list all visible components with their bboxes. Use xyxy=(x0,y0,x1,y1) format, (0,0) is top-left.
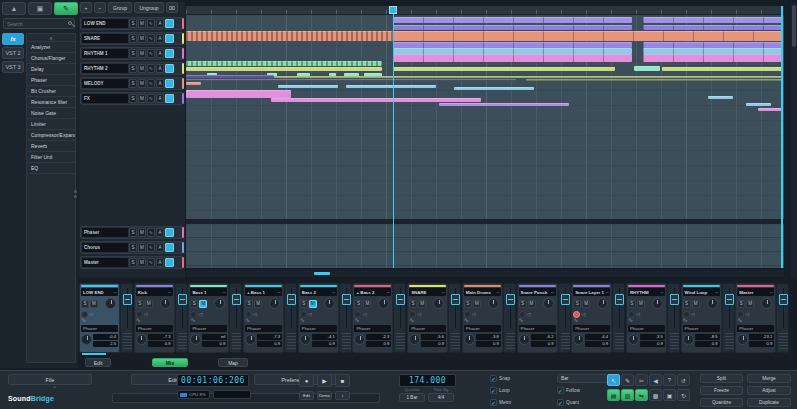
demo-button[interactable]: Demo xyxy=(317,391,332,400)
gain-knob[interactable] xyxy=(81,334,92,345)
width-value[interactable]: 0.9 xyxy=(531,341,556,347)
collapse-button[interactable]: – xyxy=(495,289,501,295)
edit-action-button[interactable]: Merge xyxy=(747,374,791,383)
solo-button[interactable]: S xyxy=(129,19,137,28)
help-icon[interactable]: ? xyxy=(663,374,676,386)
gain-knob[interactable] xyxy=(573,334,584,345)
channel-solo-button[interactable]: S xyxy=(683,300,691,308)
collapse-button[interactable]: – xyxy=(331,289,337,295)
clip[interactable] xyxy=(186,67,382,71)
track-row[interactable]: RHYTHM 2 S M ∿ A xyxy=(80,62,184,75)
track-output-button[interactable] xyxy=(165,49,174,58)
clip[interactable] xyxy=(454,87,534,90)
timeline-ruler[interactable] xyxy=(186,6,784,15)
trash-icon[interactable]: ⌧ xyxy=(166,2,178,13)
fader-handle[interactable] xyxy=(451,294,460,305)
piano-roll-icon[interactable]: ▤ xyxy=(607,389,620,401)
edit-mode-button[interactable]: Edit xyxy=(299,391,314,400)
channel-mute-button[interactable]: M xyxy=(199,300,207,308)
mute-button[interactable]: M xyxy=(138,228,146,237)
arm-button[interactable]: A xyxy=(156,228,164,237)
channel-mute-button[interactable]: M xyxy=(473,300,481,308)
toggle[interactable]: Snap xyxy=(490,374,511,383)
channel-mute-button[interactable]: M xyxy=(363,300,371,308)
channel-mute-button[interactable]: M xyxy=(254,300,262,308)
clip[interactable] xyxy=(746,103,771,106)
track-output-button[interactable] xyxy=(165,19,174,28)
plugin-list-item[interactable]: EQ xyxy=(27,163,75,174)
arm-button[interactable]: A xyxy=(156,79,164,88)
collapse-button[interactable]: – xyxy=(714,289,720,295)
pencil-icon[interactable]: ✎ xyxy=(621,374,634,386)
mixer-view-tab[interactable]: Edit xyxy=(85,358,111,367)
cursor-icon[interactable]: ↖ xyxy=(607,374,620,386)
width-value[interactable]: 0.9 xyxy=(366,341,391,347)
clip[interactable] xyxy=(758,108,783,111)
plugin-category-tab[interactable]: VST 3 xyxy=(2,61,24,73)
channel-name[interactable]: + Bass 2 xyxy=(354,290,385,295)
width-value[interactable]: 0.9 xyxy=(476,341,501,347)
mute-button[interactable]: M xyxy=(138,49,146,58)
clip[interactable] xyxy=(186,79,516,81)
fader-handle[interactable] xyxy=(779,294,788,305)
mixer-icon[interactable]: ▥ xyxy=(621,389,634,401)
horizontal-scrollbar-thumb[interactable] xyxy=(314,272,330,275)
pan-knob[interactable] xyxy=(488,298,499,309)
gain-knob[interactable] xyxy=(136,334,147,345)
monitor-icon[interactable]: ◁ xyxy=(144,311,148,318)
width-value[interactable]: 2.5 xyxy=(93,341,118,347)
loop-end-marker[interactable] xyxy=(781,6,783,268)
mixer-channel[interactable]: Snare Punch– S M ◁ ∿ Phaser -6.2 0.9 xyxy=(517,283,558,353)
gain-value[interactable]: -6.2 xyxy=(531,334,556,340)
arm-button[interactable]: A xyxy=(156,19,164,28)
clip[interactable] xyxy=(662,67,783,71)
clip[interactable] xyxy=(393,54,632,62)
insert-slot[interactable]: Phaser xyxy=(683,325,720,332)
channel-name[interactable]: + Bass 1 xyxy=(245,290,276,295)
automation-icon[interactable]: ∿ xyxy=(147,19,155,28)
solo-button[interactable]: S xyxy=(129,64,137,73)
collapse-button[interactable]: – xyxy=(221,289,227,295)
fader-handle[interactable] xyxy=(506,294,515,305)
pan-knob[interactable] xyxy=(761,298,772,309)
insert-slot[interactable]: Phaser xyxy=(519,325,556,332)
automation-icon[interactable]: ∿ xyxy=(147,243,155,252)
gain-value[interactable]: inf xyxy=(202,334,227,340)
menu-button[interactable]: File xyxy=(8,374,92,385)
vertical-scrollbar[interactable] xyxy=(791,2,797,278)
insert-slot[interactable]: Phaser xyxy=(573,325,610,332)
pan-knob[interactable] xyxy=(433,298,444,309)
fader-handle[interactable] xyxy=(178,294,187,305)
pan-knob[interactable] xyxy=(214,298,225,309)
solo-button[interactable]: S xyxy=(129,258,137,267)
monitor-icon[interactable]: ◁ xyxy=(308,311,312,318)
gain-value[interactable]: -3.8 xyxy=(476,334,501,340)
clip[interactable] xyxy=(393,31,783,41)
toggle[interactable]: Quant xyxy=(557,398,580,407)
channel-name[interactable]: Master xyxy=(737,290,768,295)
monitor-icon[interactable]: ◁ xyxy=(527,311,531,318)
insert-slot[interactable]: Phaser xyxy=(300,325,337,332)
mute-button[interactable]: M xyxy=(138,34,146,43)
channel-solo-button[interactable]: S xyxy=(136,300,144,308)
toggle[interactable]: Follow xyxy=(557,386,580,395)
automation-icon[interactable]: ∿ xyxy=(147,94,155,103)
time-display[interactable]: 00:01:06:206 xyxy=(177,374,249,387)
channel-solo-button[interactable]: S xyxy=(737,300,745,308)
scissors-icon[interactable]: ✂ xyxy=(635,374,648,386)
width-value[interactable]: 0.9 xyxy=(695,341,720,347)
channel-solo-button[interactable]: S xyxy=(628,300,636,308)
monitor-icon[interactable]: ◁ xyxy=(198,311,202,318)
clip[interactable] xyxy=(271,98,481,102)
track-name[interactable]: MELODY xyxy=(82,79,128,88)
pan-knob[interactable] xyxy=(597,298,608,309)
width-value[interactable]: 0.9 xyxy=(202,341,227,347)
pan-knob[interactable] xyxy=(378,298,389,309)
track-output-button[interactable] xyxy=(165,79,174,88)
fader-handle[interactable] xyxy=(725,294,734,305)
channel-solo-button[interactable]: S xyxy=(81,300,89,308)
fader-handle[interactable] xyxy=(615,294,624,305)
track-name[interactable]: Phaser xyxy=(82,228,128,237)
sidebar-tab[interactable]: ▲ xyxy=(2,2,26,15)
clip[interactable] xyxy=(643,17,783,23)
